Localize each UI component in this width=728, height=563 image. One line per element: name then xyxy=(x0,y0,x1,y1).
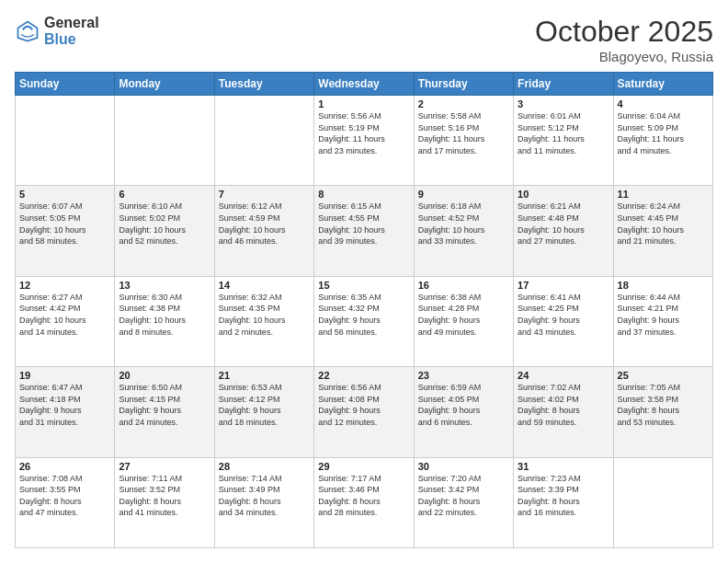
calendar-cell: 6Sunrise: 6:10 AM Sunset: 5:02 PM Daylig… xyxy=(115,186,214,276)
calendar-cell xyxy=(115,96,214,186)
calendar-cell: 26Sunrise: 7:08 AM Sunset: 3:55 PM Dayli… xyxy=(16,457,115,547)
day-info: Sunrise: 6:50 AM Sunset: 4:15 PM Dayligh… xyxy=(119,382,210,428)
calendar-cell: 19Sunrise: 6:47 AM Sunset: 4:18 PM Dayli… xyxy=(16,367,115,457)
day-info: Sunrise: 5:56 AM Sunset: 5:19 PM Dayligh… xyxy=(318,110,409,156)
calendar-cell: 4Sunrise: 6:04 AM Sunset: 5:09 PM Daylig… xyxy=(613,96,712,186)
day-number: 14 xyxy=(219,280,310,291)
calendar-cell: 14Sunrise: 6:32 AM Sunset: 4:35 PM Dayli… xyxy=(214,276,313,366)
day-info: Sunrise: 6:44 AM Sunset: 4:21 PM Dayligh… xyxy=(618,292,709,338)
day-info: Sunrise: 5:58 AM Sunset: 5:16 PM Dayligh… xyxy=(418,110,509,156)
day-number: 16 xyxy=(418,280,509,291)
calendar-cell: 23Sunrise: 6:59 AM Sunset: 4:05 PM Dayli… xyxy=(414,367,513,457)
calendar-cell: 16Sunrise: 6:38 AM Sunset: 4:28 PM Dayli… xyxy=(414,276,513,366)
day-info: Sunrise: 6:53 AM Sunset: 4:12 PM Dayligh… xyxy=(219,382,310,428)
day-info: Sunrise: 6:38 AM Sunset: 4:28 PM Dayligh… xyxy=(418,292,509,338)
col-monday: Monday xyxy=(115,73,214,96)
calendar-week-row-3: 12Sunrise: 6:27 AM Sunset: 4:42 PM Dayli… xyxy=(16,276,713,366)
col-wednesday: Wednesday xyxy=(314,73,414,96)
day-info: Sunrise: 7:23 AM Sunset: 3:39 PM Dayligh… xyxy=(518,473,609,519)
day-number: 1 xyxy=(318,98,409,109)
header: General Blue October 2025 Blagoyevo, Rus… xyxy=(15,15,713,64)
calendar-cell: 13Sunrise: 6:30 AM Sunset: 4:38 PM Dayli… xyxy=(115,276,214,366)
day-number: 3 xyxy=(518,98,609,109)
day-info: Sunrise: 6:27 AM Sunset: 4:42 PM Dayligh… xyxy=(19,292,110,338)
day-info: Sunrise: 7:11 AM Sunset: 3:52 PM Dayligh… xyxy=(119,473,210,519)
col-thursday: Thursday xyxy=(414,73,513,96)
calendar-cell: 20Sunrise: 6:50 AM Sunset: 4:15 PM Dayli… xyxy=(115,367,214,457)
calendar-week-row-4: 19Sunrise: 6:47 AM Sunset: 4:18 PM Dayli… xyxy=(16,367,713,457)
day-info: Sunrise: 6:32 AM Sunset: 4:35 PM Dayligh… xyxy=(219,292,310,338)
calendar-cell: 15Sunrise: 6:35 AM Sunset: 4:32 PM Dayli… xyxy=(314,276,414,366)
calendar-cell: 8Sunrise: 6:15 AM Sunset: 4:55 PM Daylig… xyxy=(314,186,414,276)
day-info: Sunrise: 6:47 AM Sunset: 4:18 PM Dayligh… xyxy=(19,382,110,428)
calendar-cell: 31Sunrise: 7:23 AM Sunset: 3:39 PM Dayli… xyxy=(514,457,613,547)
calendar-cell: 12Sunrise: 6:27 AM Sunset: 4:42 PM Dayli… xyxy=(16,276,115,366)
day-info: Sunrise: 6:59 AM Sunset: 4:05 PM Dayligh… xyxy=(418,382,509,428)
page: General Blue October 2025 Blagoyevo, Rus… xyxy=(0,0,728,563)
calendar-cell: 2Sunrise: 5:58 AM Sunset: 5:16 PM Daylig… xyxy=(414,96,513,186)
calendar-cell: 29Sunrise: 7:17 AM Sunset: 3:46 PM Dayli… xyxy=(314,457,414,547)
day-info: Sunrise: 7:05 AM Sunset: 3:58 PM Dayligh… xyxy=(618,382,709,428)
day-info: Sunrise: 7:20 AM Sunset: 3:42 PM Dayligh… xyxy=(418,473,509,519)
day-info: Sunrise: 7:08 AM Sunset: 3:55 PM Dayligh… xyxy=(19,473,110,519)
calendar-cell xyxy=(214,96,313,186)
day-number: 31 xyxy=(518,461,609,472)
day-number: 15 xyxy=(318,280,409,291)
calendar-cell xyxy=(16,96,115,186)
title-block: October 2025 Blagoyevo, Russia xyxy=(535,15,713,64)
day-info: Sunrise: 6:04 AM Sunset: 5:09 PM Dayligh… xyxy=(618,110,709,156)
col-tuesday: Tuesday xyxy=(214,73,313,96)
calendar-cell: 24Sunrise: 7:02 AM Sunset: 4:02 PM Dayli… xyxy=(514,367,613,457)
calendar-cell: 17Sunrise: 6:41 AM Sunset: 4:25 PM Dayli… xyxy=(514,276,613,366)
day-number: 10 xyxy=(518,189,609,200)
day-number: 19 xyxy=(19,370,110,381)
calendar-cell: 27Sunrise: 7:11 AM Sunset: 3:52 PM Dayli… xyxy=(115,457,214,547)
day-number: 11 xyxy=(618,189,709,200)
day-info: Sunrise: 6:41 AM Sunset: 4:25 PM Dayligh… xyxy=(518,292,609,338)
day-number: 4 xyxy=(618,98,709,109)
day-number: 27 xyxy=(119,461,210,472)
day-info: Sunrise: 6:35 AM Sunset: 4:32 PM Dayligh… xyxy=(318,292,409,338)
day-number: 17 xyxy=(518,280,609,291)
calendar-cell: 3Sunrise: 6:01 AM Sunset: 5:12 PM Daylig… xyxy=(514,96,613,186)
day-number: 29 xyxy=(318,461,409,472)
day-number: 5 xyxy=(19,189,110,200)
day-info: Sunrise: 7:14 AM Sunset: 3:49 PM Dayligh… xyxy=(219,473,310,519)
day-info: Sunrise: 6:12 AM Sunset: 4:59 PM Dayligh… xyxy=(219,201,310,247)
logo-general-text: General xyxy=(44,15,99,31)
calendar-table: Sunday Monday Tuesday Wednesday Thursday… xyxy=(15,72,713,548)
day-info: Sunrise: 6:30 AM Sunset: 4:38 PM Dayligh… xyxy=(119,292,210,338)
col-friday: Friday xyxy=(514,73,613,96)
day-number: 25 xyxy=(618,370,709,381)
day-number: 2 xyxy=(418,98,509,109)
logo-icon xyxy=(15,18,40,44)
day-number: 22 xyxy=(318,370,409,381)
day-info: Sunrise: 6:21 AM Sunset: 4:48 PM Dayligh… xyxy=(518,201,609,247)
calendar-week-row-2: 5Sunrise: 6:07 AM Sunset: 5:05 PM Daylig… xyxy=(16,186,713,276)
day-number: 13 xyxy=(119,280,210,291)
day-number: 28 xyxy=(219,461,310,472)
day-number: 30 xyxy=(418,461,509,472)
logo: General Blue xyxy=(15,15,99,47)
calendar-cell: 10Sunrise: 6:21 AM Sunset: 4:48 PM Dayli… xyxy=(514,186,613,276)
calendar-week-row-5: 26Sunrise: 7:08 AM Sunset: 3:55 PM Dayli… xyxy=(16,457,713,547)
calendar-cell xyxy=(613,457,712,547)
day-number: 7 xyxy=(219,189,310,200)
day-info: Sunrise: 6:24 AM Sunset: 4:45 PM Dayligh… xyxy=(618,201,709,247)
day-number: 26 xyxy=(19,461,110,472)
title-location: Blagoyevo, Russia xyxy=(535,49,713,64)
day-number: 21 xyxy=(219,370,310,381)
day-info: Sunrise: 6:07 AM Sunset: 5:05 PM Dayligh… xyxy=(19,201,110,247)
calendar-cell: 28Sunrise: 7:14 AM Sunset: 3:49 PM Dayli… xyxy=(214,457,313,547)
logo-text: General Blue xyxy=(44,15,99,47)
col-sunday: Sunday xyxy=(16,73,115,96)
day-info: Sunrise: 6:10 AM Sunset: 5:02 PM Dayligh… xyxy=(119,201,210,247)
calendar-cell: 18Sunrise: 6:44 AM Sunset: 4:21 PM Dayli… xyxy=(613,276,712,366)
day-number: 9 xyxy=(418,189,509,200)
day-info: Sunrise: 7:17 AM Sunset: 3:46 PM Dayligh… xyxy=(318,473,409,519)
calendar-cell: 21Sunrise: 6:53 AM Sunset: 4:12 PM Dayli… xyxy=(214,367,313,457)
day-info: Sunrise: 6:56 AM Sunset: 4:08 PM Dayligh… xyxy=(318,382,409,428)
day-number: 24 xyxy=(518,370,609,381)
col-saturday: Saturday xyxy=(613,73,712,96)
day-number: 20 xyxy=(119,370,210,381)
